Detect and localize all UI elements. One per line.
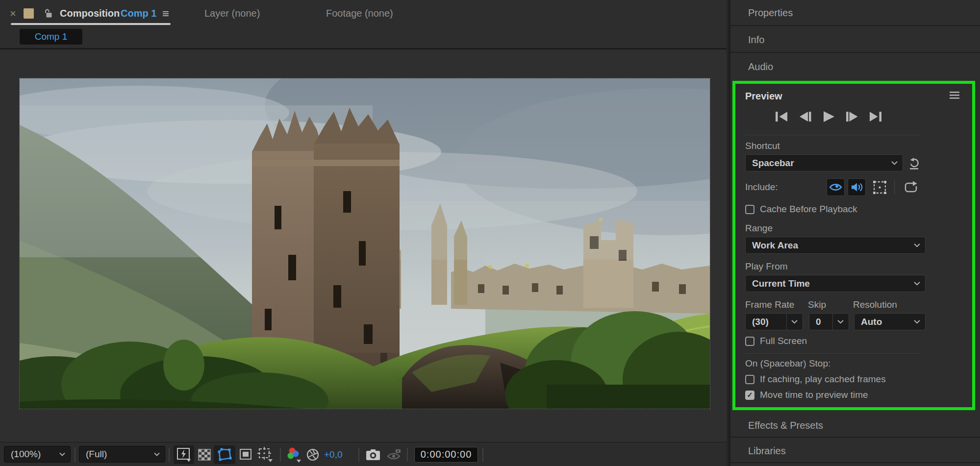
skip-value: 0 xyxy=(816,317,821,327)
checkbox-label: Full Screen xyxy=(760,336,807,346)
panel-menu-icon[interactable] xyxy=(950,92,959,101)
exposure-button[interactable] xyxy=(306,448,319,461)
divider xyxy=(280,448,281,462)
grid-guides-icon xyxy=(256,447,273,463)
transparency-grid-button[interactable] xyxy=(198,448,211,461)
timecode-field[interactable]: 0:00:00:00 xyxy=(414,447,478,463)
first-frame-button[interactable] xyxy=(773,109,790,124)
panel-tab-libraries[interactable]: Libraries xyxy=(730,439,980,463)
after-effects-workspace: × Composition Comp 1 ≡ Layer (none) Foot… xyxy=(0,0,980,466)
resolution-value: (Full) xyxy=(86,449,107,460)
move-time-checkbox[interactable]: ✓ Move time to preview time xyxy=(745,389,868,401)
previous-frame-button[interactable] xyxy=(797,109,813,124)
resolution-select[interactable]: (Full) xyxy=(79,446,165,463)
magnification-select[interactable]: (100%) xyxy=(4,446,71,463)
panel-tab-effects-presets[interactable]: Effects & Presets xyxy=(730,413,980,438)
preview-panel-title: Preview xyxy=(745,91,782,102)
divider xyxy=(482,448,483,462)
take-snapshot-button[interactable] xyxy=(366,449,380,461)
speaker-icon xyxy=(851,182,863,193)
checkbox-box xyxy=(745,205,754,214)
exposure-value[interactable]: +0,0 xyxy=(324,449,343,460)
first-frame-icon xyxy=(774,110,789,123)
comp-tab-row: Comp 1 xyxy=(0,27,727,48)
play-button[interactable] xyxy=(820,109,837,124)
resolution-preview-select[interactable]: Auto xyxy=(854,313,926,330)
divider xyxy=(744,353,921,354)
tab-layer[interactable]: Layer (none) xyxy=(204,0,260,27)
checkerboard-icon xyxy=(198,448,211,461)
play-from-select[interactable]: Current Time xyxy=(745,275,926,292)
checkbox-label: Move time to preview time xyxy=(760,390,868,400)
lightning-icon xyxy=(175,447,193,463)
shortcut-label: Shortcut xyxy=(745,141,780,151)
castle-composition-canvas[interactable] xyxy=(20,78,710,409)
region-of-interest-button[interactable] xyxy=(214,445,235,464)
play-icon xyxy=(821,110,836,123)
viewer-tab-bar: × Composition Comp 1 ≡ Layer (none) Foot… xyxy=(0,0,727,27)
checkbox-box-checked: ✓ xyxy=(745,391,754,400)
chevron-down-icon xyxy=(832,314,844,330)
resolution-preview-value: Auto xyxy=(861,317,882,327)
tab-comp-1[interactable]: Comp 1 xyxy=(20,29,82,45)
shortcut-select[interactable]: Spacebar xyxy=(745,154,903,172)
tab-footage[interactable]: Footage (none) xyxy=(326,0,393,27)
channel-settings-button[interactable] xyxy=(287,447,302,463)
composition-viewer xyxy=(0,49,727,442)
frame-rate-label: Frame Rate xyxy=(745,299,794,310)
eye-icon xyxy=(829,182,842,193)
range-select[interactable]: Work Area xyxy=(745,237,926,254)
panel-tab-properties[interactable]: Properties xyxy=(730,0,980,26)
camera-icon xyxy=(366,449,380,461)
include-video-button[interactable] xyxy=(827,178,845,196)
range-value: Work Area xyxy=(752,240,798,251)
loop-icon xyxy=(904,180,918,194)
reset-shortcut-button[interactable] xyxy=(906,155,922,171)
rgb-channels-icon xyxy=(287,447,302,463)
transport-controls xyxy=(735,109,972,124)
divider xyxy=(358,448,359,462)
square-in-square-icon xyxy=(239,448,252,461)
skip-select[interactable]: 0 xyxy=(809,313,849,330)
last-frame-button[interactable] xyxy=(867,109,884,124)
include-overlays-button[interactable] xyxy=(871,179,888,196)
chevron-down-icon xyxy=(909,237,920,253)
panel-tab-info[interactable]: Info xyxy=(730,27,980,53)
viewer-toolbar: (100%) (Full) xyxy=(0,442,727,466)
composition-panel: × Composition Comp 1 ≡ Layer (none) Foot… xyxy=(0,0,727,466)
region-of-interest-icon xyxy=(216,447,233,462)
divider xyxy=(744,135,921,135)
chevron-down-icon xyxy=(59,452,65,456)
checkbox-box xyxy=(745,375,754,384)
include-row: Include: xyxy=(735,178,972,196)
unlock-icon[interactable] xyxy=(44,9,52,20)
loop-options-button[interactable] xyxy=(902,179,920,196)
mask-visibility-button[interactable] xyxy=(239,448,252,461)
chevron-down-icon xyxy=(909,275,920,292)
castle-preview-image xyxy=(20,78,710,409)
grid-guides-button[interactable] xyxy=(256,447,273,463)
frame-rate-select[interactable]: (30) xyxy=(745,313,803,330)
active-tab-underline xyxy=(11,23,171,25)
fast-previews-button[interactable] xyxy=(174,445,194,464)
chevron-down-icon xyxy=(909,314,920,330)
range-label: Range xyxy=(745,223,773,234)
divider xyxy=(407,448,408,462)
panel-tab-audio[interactable]: Audio xyxy=(730,54,980,80)
next-frame-icon xyxy=(845,110,859,123)
full-screen-checkbox[interactable]: Full Screen xyxy=(745,335,807,347)
show-snapshot-button[interactable] xyxy=(387,449,402,461)
play-from-label: Play From xyxy=(745,261,788,272)
if-caching-checkbox[interactable]: If caching, play cached frames xyxy=(745,373,886,386)
previous-frame-icon xyxy=(798,110,812,123)
reset-icon xyxy=(907,157,921,170)
region-overlay-icon xyxy=(872,180,887,195)
cache-before-playback-checkbox[interactable]: Cache Before Playback xyxy=(745,203,857,216)
snapshot-eye-icon xyxy=(387,449,402,461)
divider xyxy=(894,180,895,195)
divider xyxy=(75,448,75,462)
next-frame-button[interactable] xyxy=(844,109,860,124)
include-audio-button[interactable] xyxy=(848,178,866,196)
divider xyxy=(169,448,170,462)
chevron-down-icon xyxy=(154,452,160,456)
